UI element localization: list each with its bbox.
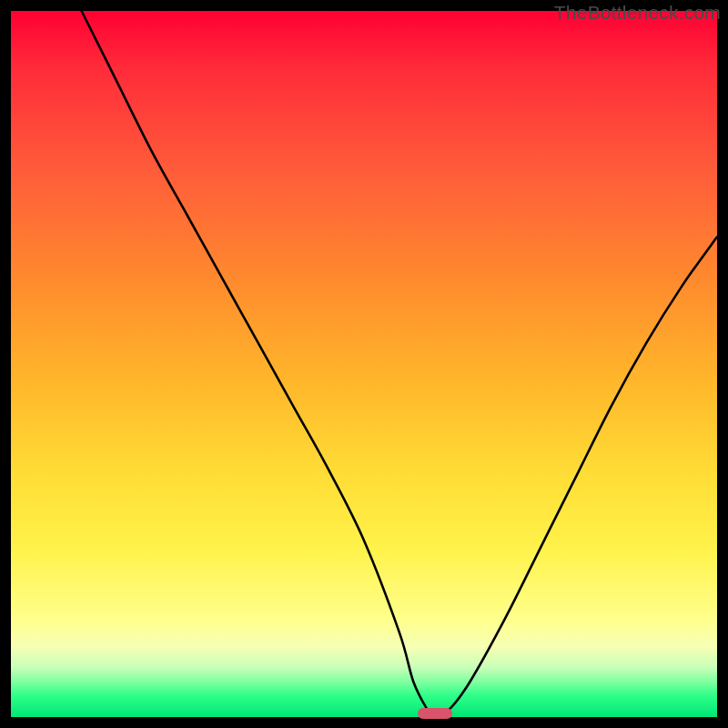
bottleneck-curve <box>11 11 717 717</box>
plot-area <box>11 11 717 717</box>
optimum-marker <box>418 708 452 719</box>
watermark-text: TheBottleneck.com <box>554 2 721 24</box>
chart-frame: TheBottleneck.com <box>0 0 728 728</box>
